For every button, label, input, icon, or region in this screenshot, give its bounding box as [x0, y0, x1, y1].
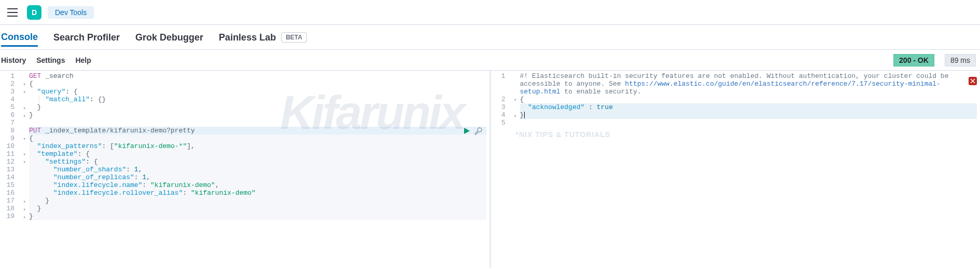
tab-label: Grok Debugger — [135, 32, 203, 43]
status-badge: 200 - OK — [893, 54, 934, 66]
beta-badge: BETA — [281, 32, 307, 43]
wrench-icon[interactable] — [474, 127, 482, 137]
console-panes: Kifarunix 12▾3▾45▴6▴789▾1011▾12▾13141516… — [0, 71, 980, 268]
request-pane[interactable]: Kifarunix 12▾3▾45▴6▴789▾1011▾12▾13141516… — [0, 71, 491, 268]
watermark-tagline: *NIX TIPS & TUTORIALS — [516, 130, 611, 139]
response-viewer[interactable]: 12▾34▴5#! Elasticsearch built-in securit… — [491, 71, 981, 128]
play-icon[interactable] — [463, 127, 471, 137]
tab-label: Painless Lab — [219, 32, 276, 43]
tab-grok-debugger[interactable]: Grok Debugger — [135, 28, 203, 47]
menu-bar: History Settings Help 200 - OK 89 ms — [0, 50, 980, 71]
close-icon[interactable] — [969, 77, 977, 85]
app-badge[interactable]: D — [27, 5, 41, 20]
timing-badge: 89 ms — [945, 54, 976, 66]
tab-search-profiler[interactable]: Search Profiler — [53, 28, 120, 47]
hamburger-menu-icon[interactable] — [4, 4, 21, 21]
top-bar: D Dev Tools — [0, 0, 980, 25]
tab-label: Console — [1, 32, 38, 43]
history-link[interactable]: History — [1, 56, 26, 64]
tab-bar: Console Search Profiler Grok Debugger Pa… — [0, 25, 980, 50]
settings-link[interactable]: Settings — [36, 56, 65, 64]
breadcrumb-dev-tools[interactable]: Dev Tools — [48, 6, 94, 19]
help-link[interactable]: Help — [75, 56, 91, 64]
response-pane[interactable]: *NIX TIPS & TUTORIALS 12▾34▴5#! Elastics… — [491, 71, 981, 268]
tab-console[interactable]: Console — [1, 28, 38, 47]
tab-label: Search Profiler — [53, 32, 120, 43]
tab-painless-lab[interactable]: Painless Lab BETA — [219, 28, 307, 47]
request-actions — [463, 127, 482, 137]
request-editor[interactable]: 12▾3▾45▴6▴789▾1011▾12▾1314151617▴18▴19▴G… — [0, 71, 489, 222]
